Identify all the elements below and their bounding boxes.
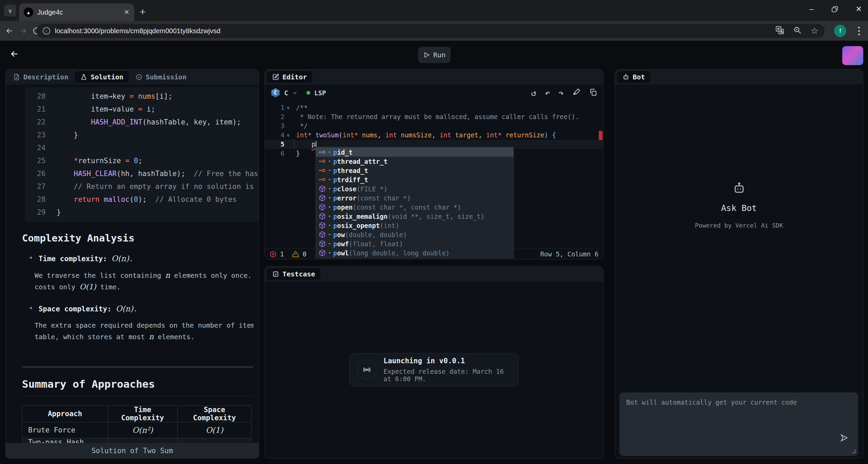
code-line: 20 item→key = nums[i]; <box>25 90 259 103</box>
browser-profile-avatar[interactable]: f <box>834 25 846 37</box>
resize-handle[interactable] <box>851 449 855 453</box>
tab-bot[interactable]: Bot <box>617 71 650 83</box>
module-symbol-icon <box>319 231 326 238</box>
editor-line[interactable]: 3 */ <box>265 121 603 131</box>
autocomplete-dropdown: •pid_t•pthread_attr_t•pthread_t•ptrdiff_… <box>316 147 514 258</box>
browser-tabstrip: ∨ ▲ Judge4c ✕ + – ✕ <box>0 0 868 21</box>
suggestion-item[interactable]: •powf(float, float) <box>316 239 513 248</box>
ask-bot-label: Ask Bot <box>615 203 863 213</box>
module-symbol-icon <box>319 213 326 220</box>
copy-icon[interactable] <box>589 88 597 98</box>
problem-panel-tabs: Description Solution Submission <box>6 70 259 84</box>
undo-icon[interactable]: ↶ <box>545 89 550 97</box>
send-icon[interactable] <box>840 433 849 444</box>
solution-content[interactable]: 20 item→key = nums[i];21 item→value = i;… <box>6 84 259 443</box>
format-icon[interactable] <box>572 88 580 98</box>
fold-gutter <box>284 140 292 149</box>
col-time: Time Complexity <box>108 406 178 422</box>
tab-close-icon[interactable]: ✕ <box>124 8 130 16</box>
browser-toolbar: i localhost:3000/problems/cm8pjqdem0001t… <box>0 21 868 41</box>
warning-icon <box>292 251 299 258</box>
suggestion-item[interactable]: •pid_t <box>316 148 513 157</box>
suggestion-item[interactable]: •posix_openpt(int) <box>316 221 513 230</box>
suggestion-item[interactable]: •ptrdiff_t <box>316 175 513 184</box>
zoom-icon[interactable] <box>793 26 802 36</box>
code-line: 22 HASH_ADD_INT(hashTable, key, item); <box>25 116 259 129</box>
code-line: 23 } <box>25 129 259 141</box>
window-restore-icon[interactable] <box>831 6 838 13</box>
back-icon[interactable] <box>3 26 16 35</box>
tab-solution[interactable]: Solution <box>75 71 129 83</box>
window-minimize-icon[interactable]: – <box>809 5 813 14</box>
url-text[interactable]: localhost:3000/problems/cm8pjqdem0001ty8… <box>55 27 771 35</box>
suggestion-item[interactable]: •pthread_t <box>316 166 513 175</box>
editor-line[interactable]: 2 * Note: The returned array must be mal… <box>265 112 603 121</box>
browser-tab[interactable]: ▲ Judge4c ✕ <box>19 3 134 21</box>
complexity-section: Complexity Analysis •Time complexity: O(… <box>22 232 253 354</box>
bookmark-star-icon[interactable]: ☆ <box>811 26 818 36</box>
redo-icon[interactable]: ↷ <box>558 89 564 97</box>
translate-icon[interactable] <box>775 26 784 36</box>
suggestion-item[interactable]: •pclose(FILE *) <box>316 184 513 193</box>
summary-section: Summary of Approaches ApproachTime Compl… <box>22 378 253 443</box>
robot-icon <box>623 74 629 80</box>
launch-toast: Launching in v0.0.1 Expected release dat… <box>349 353 519 386</box>
chevron-down-icon[interactable] <box>292 90 298 96</box>
suggestion-item[interactable]: •perror(const char *) <box>316 193 513 202</box>
app-back-icon[interactable] <box>9 49 20 60</box>
new-tab-button[interactable]: + <box>140 6 146 18</box>
site-info-icon[interactable]: i <box>43 27 50 35</box>
browser-menu-icon[interactable] <box>858 27 860 35</box>
reset-code-icon[interactable]: ↺ <box>531 89 536 97</box>
suggestion-item[interactable]: •posix_memalign(void **, size_t, size_t) <box>316 212 513 221</box>
col-approach: Approach <box>22 406 108 422</box>
tab-editor[interactable]: Editor <box>267 71 312 83</box>
col-space: Space Complexity <box>178 406 252 422</box>
testcase-panel: Testcase Launching in v0.0.1 Expected re… <box>264 266 604 459</box>
code-line: 27 // Return an empty array if no soluti… <box>25 180 259 193</box>
fold-chevron-icon[interactable]: ∨ <box>284 131 292 140</box>
run-button[interactable]: Run <box>418 47 451 63</box>
warning-count: 0 <box>302 250 306 258</box>
complexity-paragraph: We traverse the list containing n elemen… <box>35 270 253 293</box>
module-symbol-icon <box>319 240 326 247</box>
check-circle-icon <box>136 74 142 80</box>
editor-line[interactable]: 4∨int* twoSum(int* nums, int numsSize, i… <box>265 131 603 140</box>
code-line: 21 item→value = i; <box>25 103 259 116</box>
code-line: 29} <box>25 206 259 219</box>
suggestion-item[interactable]: •pthread_attr_t <box>316 157 513 166</box>
forward-icon[interactable] <box>16 26 30 35</box>
typedef-symbol-icon <box>319 158 326 165</box>
complexity-item: •Time complexity: O(n). <box>29 254 253 263</box>
editor-line[interactable]: 1∨/** <box>265 103 603 112</box>
bot-message-input[interactable] <box>626 399 851 450</box>
toast-title: Launching in v0.0.1 <box>383 357 511 365</box>
fold-chevron-icon[interactable]: ∨ <box>284 103 292 112</box>
url-bar[interactable]: i localhost:3000/problems/cm8pjqdem0001t… <box>37 24 825 38</box>
error-overview-mark <box>599 131 603 140</box>
lsp-label: LSP <box>314 89 326 97</box>
code-line: 28 return malloc(0); // Allocate 0 bytes <box>25 193 259 206</box>
error-count: 1 <box>280 250 284 258</box>
tab-title: Judge4c <box>37 8 120 16</box>
module-symbol-icon <box>319 194 326 201</box>
user-avatar[interactable] <box>842 46 863 65</box>
bot-input-container <box>619 392 858 456</box>
tab-search-chevron-icon[interactable]: ∨ <box>4 4 16 17</box>
section-divider <box>22 366 253 368</box>
tab-submission[interactable]: Submission <box>130 71 192 83</box>
window-close-icon[interactable]: ✕ <box>856 5 862 14</box>
screen: ∨ ▲ Judge4c ✕ + – ✕ i loc <box>0 0 868 464</box>
language-selector[interactable]: C <box>284 89 288 97</box>
suggestion-item[interactable]: •popen(const char *, const char *) <box>316 202 513 212</box>
code-line: 25 *returnSize = 0; <box>25 154 259 167</box>
complexity-item: •Space complexity: O(n). <box>29 304 253 313</box>
tab-testcase[interactable]: Testcase <box>267 268 320 280</box>
suggestion-item[interactable]: •powl(long double, long double) <box>316 248 513 257</box>
suggestion-item[interactable]: •pow(double, double) <box>316 230 513 239</box>
bot-panel: Bot Ask Bot Powered by Vercel Ai SDK <box>615 69 863 459</box>
code-line: 24 <box>25 141 259 154</box>
editor-toolbar: C C LSP ↺ ↶ ↷ <box>265 84 603 101</box>
tab-description[interactable]: Description <box>8 71 74 83</box>
typedef-symbol-icon <box>319 149 326 156</box>
